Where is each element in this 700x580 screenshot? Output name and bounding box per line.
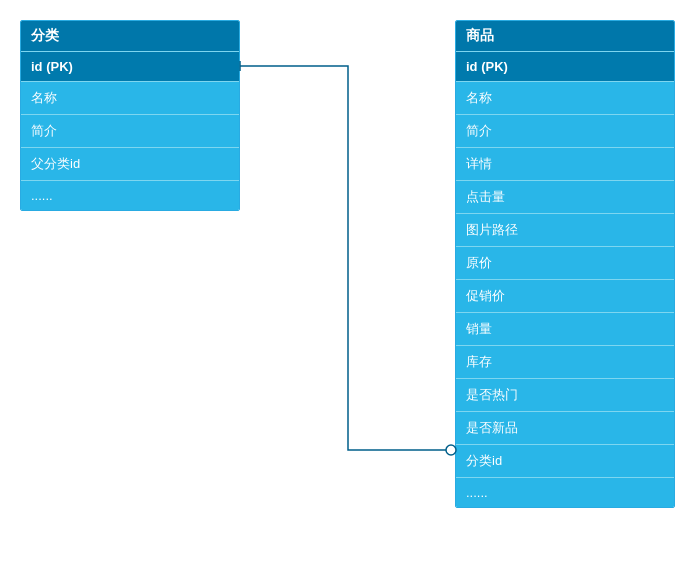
category-row-more[interactable]: ......	[21, 180, 239, 210]
product-row-detail[interactable]: 详情	[456, 147, 674, 180]
product-row-intro[interactable]: 简介	[456, 114, 674, 147]
product-row-saleprice[interactable]: 促销价	[456, 279, 674, 312]
product-row-clicks[interactable]: 点击量	[456, 180, 674, 213]
diagram-container: 分类 id (PK) 名称 简介 父分类id ...... 商品 id (PK)…	[0, 0, 700, 580]
product-row-price[interactable]: 原价	[456, 246, 674, 279]
category-row-intro[interactable]: 简介	[21, 114, 239, 147]
product-table-title: 商品	[456, 21, 674, 51]
product-row-name[interactable]: 名称	[456, 81, 674, 114]
product-row-new[interactable]: 是否新品	[456, 411, 674, 444]
product-row-more[interactable]: ......	[456, 477, 674, 507]
product-row-sales[interactable]: 销量	[456, 312, 674, 345]
product-row-categoryid[interactable]: 分类id	[456, 444, 674, 477]
category-table-title: 分类	[21, 21, 239, 51]
connector-path	[240, 66, 448, 450]
category-row-id[interactable]: id (PK)	[21, 51, 239, 81]
product-row-hot[interactable]: 是否热门	[456, 378, 674, 411]
category-row-name[interactable]: 名称	[21, 81, 239, 114]
category-table: 分类 id (PK) 名称 简介 父分类id ......	[20, 20, 240, 211]
product-row-stock[interactable]: 库存	[456, 345, 674, 378]
category-row-parentid[interactable]: 父分类id	[21, 147, 239, 180]
product-table: 商品 id (PK) 名称 简介 详情 点击量 图片路径 原价 促销价 销量 库…	[455, 20, 675, 508]
product-row-id[interactable]: id (PK)	[456, 51, 674, 81]
product-row-imgpath[interactable]: 图片路径	[456, 213, 674, 246]
